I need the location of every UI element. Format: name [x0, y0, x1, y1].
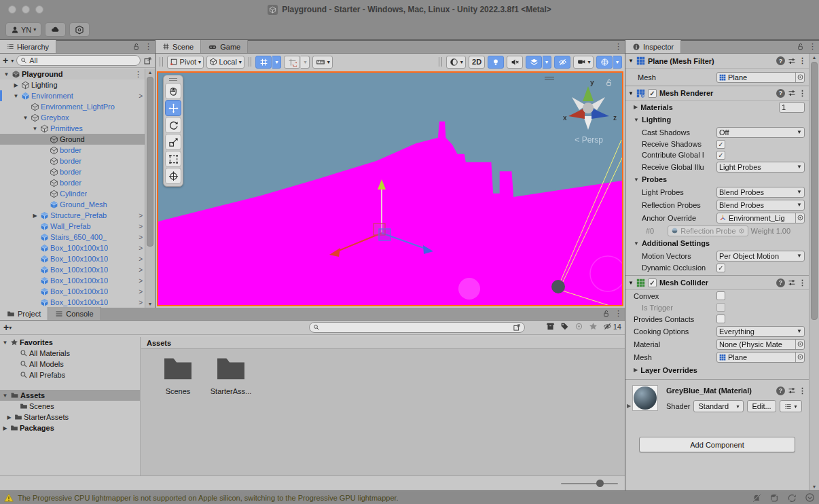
- mesh-collider-header[interactable]: ▼ ✓ Mesh Collider ? ⋮: [625, 275, 809, 290]
- increment-snap-dropdown[interactable]: ▾: [301, 56, 310, 69]
- thumbnail-zoom-slider[interactable]: [561, 483, 618, 484]
- chevron-down-icon[interactable]: ▾: [11, 58, 14, 64]
- transform-tool-button[interactable]: [165, 168, 181, 184]
- presets-icon[interactable]: [788, 57, 796, 65]
- shader-edit-button[interactable]: Edit...: [747, 400, 776, 412]
- tree-row[interactable]: Box_100x100x10 >: [0, 253, 145, 264]
- toolbar-grip[interactable]: [439, 57, 442, 67]
- contribute-gi-checkbox[interactable]: ✓: [716, 151, 725, 160]
- foldout-icon[interactable]: ▼: [12, 93, 20, 99]
- lock-open-icon[interactable]: [602, 310, 610, 317]
- foldout-icon[interactable]: ▶: [627, 403, 631, 409]
- tree-row[interactable]: border: [0, 145, 145, 156]
- tree-row[interactable]: ▶ Structure_Prefab >: [0, 210, 145, 221]
- scene-lighting-toggle[interactable]: [488, 56, 504, 69]
- measure-button[interactable]: ▾: [312, 56, 333, 69]
- reflection-probe-pill[interactable]: Reflection Probe: [668, 226, 748, 236]
- tab-inspector[interactable]: Inspector: [625, 40, 681, 53]
- foldout-icon[interactable]: ▼: [634, 240, 639, 247]
- object-picker-icon[interactable]: [795, 213, 804, 223]
- component-menu-icon[interactable]: ⋮: [799, 89, 806, 98]
- receive-shadows-checkbox[interactable]: ✓: [716, 140, 725, 149]
- account-button[interactable]: YN ▾: [5, 22, 41, 37]
- camera-settings-button[interactable]: ▾: [573, 56, 594, 69]
- prefab-open-arrow[interactable]: >: [139, 245, 143, 252]
- toolbar-grip[interactable]: [249, 57, 252, 67]
- presets-icon[interactable]: [788, 89, 796, 97]
- asset-folder-starterassets[interactable]: StarterAss...: [206, 356, 255, 395]
- help-icon[interactable]: ?: [776, 386, 785, 395]
- foldout-icon[interactable]: ▶: [634, 367, 638, 373]
- scroll-down-icon[interactable]: ▼: [145, 302, 155, 306]
- mesh-filter-header[interactable]: ▼ Plane (Mesh Filter) ? ⋮: [625, 54, 809, 69]
- tree-row[interactable]: Box_100x100x10 >: [0, 242, 145, 253]
- local-global-toggle[interactable]: Local▾: [206, 56, 244, 69]
- open-search-window-icon[interactable]: [513, 323, 521, 331]
- tree-row[interactable]: Box_100x100x10 >: [0, 264, 145, 275]
- view-tool-button[interactable]: [165, 83, 181, 99]
- motion-vectors-dropdown[interactable]: Per Object Motion ▼: [716, 251, 805, 262]
- physic-material-field[interactable]: None (Physic Mate: [716, 339, 805, 350]
- create-object-button[interactable]: +: [3, 55, 8, 66]
- favorite-item[interactable]: All Materials: [0, 348, 140, 359]
- tree-row[interactable]: border: [0, 177, 145, 188]
- tab-project[interactable]: Project: [0, 307, 48, 320]
- panel-menu-icon[interactable]: ⋮: [145, 42, 152, 51]
- tree-row[interactable]: Ground_Mesh: [0, 199, 145, 210]
- component-menu-icon[interactable]: ⋮: [799, 278, 806, 287]
- cache-server-disabled-icon[interactable]: [769, 493, 779, 503]
- cloud-services-button[interactable]: [45, 22, 66, 37]
- object-picker-icon[interactable]: [795, 340, 804, 349]
- slider-knob[interactable]: [596, 480, 604, 487]
- additional-settings-header[interactable]: ▼ Additional Settings: [625, 237, 809, 249]
- light-probes-dropdown[interactable]: Blend Probes ▼: [716, 187, 805, 198]
- traffic-lights[interactable]: [8, 5, 43, 14]
- effects-toggle[interactable]: [526, 56, 542, 69]
- foldout-icon[interactable]: ▶: [634, 104, 638, 110]
- collider-mesh-field[interactable]: Plane: [716, 352, 805, 363]
- type-filter-icon[interactable]: [575, 322, 583, 331]
- notifications-muted-icon[interactable]: [752, 493, 761, 503]
- tree-row[interactable]: ▼ Environment >: [0, 90, 145, 101]
- grid-snapping-dropdown[interactable]: ▾: [272, 56, 281, 69]
- folder-row[interactable]: ▶ StarterAssets: [0, 412, 140, 422]
- tree-row[interactable]: Wall_Prefab >: [0, 221, 145, 232]
- lighting-section-header[interactable]: ▼ Lighting: [625, 113, 809, 126]
- zoom-window-button[interactable]: [35, 5, 43, 14]
- scale-tool-button[interactable]: [165, 134, 181, 150]
- component-enabled-checkbox[interactable]: ✓: [648, 278, 657, 287]
- open-search-window-icon[interactable]: [143, 56, 152, 65]
- prefab-open-arrow[interactable]: >: [139, 92, 143, 100]
- scene-viewport[interactable]: y x z < Persp: [157, 71, 623, 306]
- prefab-open-arrow[interactable]: >: [139, 299, 143, 306]
- foldout-icon[interactable]: ▼: [628, 58, 634, 64]
- create-asset-button[interactable]: +: [3, 322, 9, 333]
- shader-dropdown[interactable]: Standard ▾: [693, 400, 744, 412]
- panel-menu-icon[interactable]: ⋮: [809, 42, 816, 51]
- packages-row[interactable]: ▶ Packages: [0, 422, 140, 433]
- prefab-open-arrow[interactable]: >: [139, 212, 143, 219]
- tree-row[interactable]: border: [0, 156, 145, 166]
- mesh-object-field[interactable]: Plane: [716, 72, 805, 83]
- chevron-down-icon[interactable]: ▾: [9, 325, 12, 331]
- inspector-scrollbar[interactable]: ▲ ▼: [809, 54, 819, 490]
- receive-gi-dropdown[interactable]: Light Probes ▼: [716, 162, 805, 173]
- anchor-override-field[interactable]: Environment_Lig: [716, 213, 805, 223]
- presets-icon[interactable]: [788, 386, 796, 395]
- prefab-open-arrow[interactable]: >: [139, 277, 143, 285]
- foldout-icon[interactable]: ▶: [12, 82, 20, 88]
- effects-dropdown[interactable]: ▾: [543, 56, 551, 69]
- foldout-icon[interactable]: ▼: [3, 71, 10, 77]
- foldout-icon[interactable]: ▼: [31, 126, 39, 132]
- foldout-icon[interactable]: ▼: [1, 340, 9, 346]
- tree-row[interactable]: Box_100x100x10 >: [0, 297, 145, 308]
- foldout-icon[interactable]: ▼: [634, 117, 639, 123]
- presets-icon[interactable]: [788, 278, 796, 287]
- lock-open-icon[interactable]: [797, 43, 804, 50]
- tree-row[interactable]: Environment_LightPro: [0, 101, 145, 112]
- help-icon[interactable]: ?: [776, 56, 785, 65]
- layer-overrides-row[interactable]: ▶ Layer Overrides: [625, 363, 809, 376]
- scroll-up-icon[interactable]: ▲: [145, 70, 155, 75]
- hierarchy-search-input[interactable]: All: [16, 55, 141, 66]
- scene-menu-icon[interactable]: ⋮: [134, 70, 142, 79]
